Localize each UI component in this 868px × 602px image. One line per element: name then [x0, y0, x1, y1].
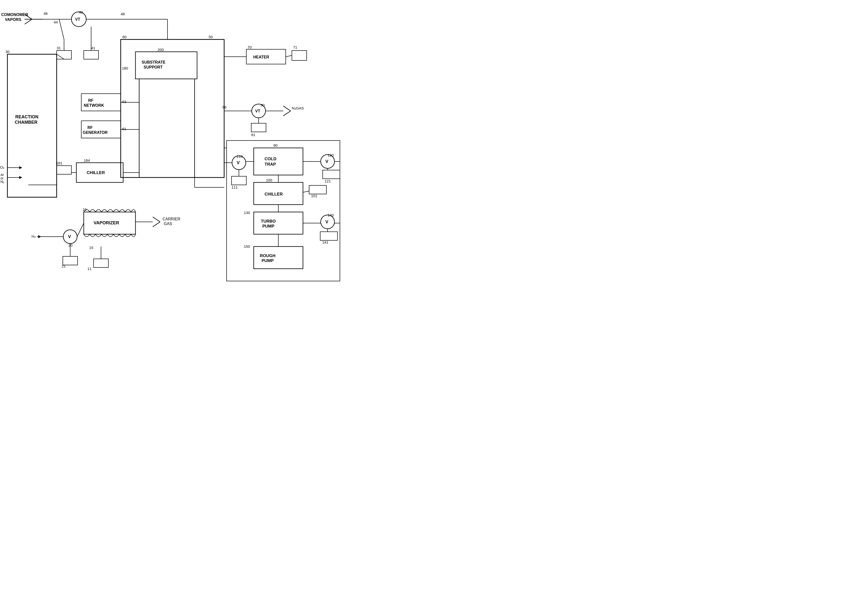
reaction-chamber-label: REACTION	[15, 114, 38, 119]
ref-200: 200	[158, 48, 164, 52]
ref-70: 70	[248, 45, 252, 49]
ref-80: 80	[260, 103, 265, 107]
ref-121: 121	[325, 179, 331, 183]
carrier-gas-label: CARRIER	[162, 217, 180, 221]
ref-130: 130	[244, 210, 250, 215]
ref-40: 40	[79, 10, 83, 14]
ref-20: 20	[69, 243, 73, 247]
ref-181: 181	[56, 161, 62, 165]
valve-120-label: V	[325, 159, 328, 164]
rf-network-label2: NETWORK	[84, 103, 104, 108]
comonomer-label1: COMONOMER	[1, 12, 28, 17]
reaction-chamber-label2: CHAMBER	[15, 120, 37, 125]
ref-63: 63	[122, 100, 126, 104]
ref-100: 100	[266, 178, 272, 182]
ref-110: 110	[236, 154, 243, 158]
svg-rect-0	[0, 0, 434, 301]
chiller-right-label: CHILLER	[265, 192, 283, 197]
ref-30: 30	[5, 49, 9, 54]
ref-21: 21	[61, 264, 66, 268]
vt40-label: VT	[75, 17, 80, 22]
ref-41: 41	[91, 46, 95, 50]
ref-46: 46	[44, 11, 48, 15]
cold-trap-label2: TRAP	[265, 162, 276, 167]
ref-61: 61	[122, 127, 126, 131]
ref-60: 60	[122, 35, 127, 39]
valve-20-label: V	[68, 234, 71, 239]
ref-111: 111	[231, 185, 238, 189]
rf-network-label1: RF	[88, 98, 93, 103]
ref-66: 66	[222, 105, 227, 109]
ref-15: 15	[89, 246, 93, 250]
ref-101: 101	[311, 194, 317, 198]
o2-label: O₂	[0, 165, 5, 169]
ref-31: 31	[57, 46, 61, 50]
valve-110-label: V	[237, 160, 240, 165]
schematic-diagram: REACTION CHAMBER 30 VAPORIZER 10 11 15 C…	[0, 0, 434, 301]
ref-90: 90	[273, 143, 278, 147]
valve-140-label: V	[325, 220, 328, 224]
ref-150: 150	[244, 244, 250, 249]
n2gas-label: N₂GAS	[292, 106, 304, 110]
h2-label: H₂	[32, 234, 36, 238]
rf-generator-label1: RF	[87, 126, 93, 130]
ref-120: 120	[328, 153, 334, 157]
vaporizer-label: VAPORIZER	[93, 220, 119, 225]
rf-generator-label2: GENERATOR	[83, 131, 108, 135]
ref-184: 184	[84, 158, 90, 163]
vt80-label: VT	[255, 109, 260, 113]
rough-pump-label1: ROUGH	[260, 253, 276, 258]
carrier-gas-label2: GAS	[164, 222, 172, 226]
ref-10: 10	[83, 207, 87, 212]
cold-trap-label1: COLD	[265, 157, 276, 161]
ref-141: 141	[322, 240, 328, 244]
ref-11: 11	[87, 267, 92, 271]
substrate-support-label2: SUPPORT	[144, 65, 163, 69]
ref-50: 50	[209, 35, 213, 39]
heater-label: HEATER	[253, 55, 269, 59]
ref-44: 44	[54, 20, 58, 24]
ref-140: 140	[328, 213, 334, 217]
substrate-support-label1: SUBSTRATE	[142, 60, 165, 64]
ref-48: 48	[121, 12, 125, 16]
chiller-left-label: CHILLER	[87, 170, 105, 175]
turbo-pump-label1: TURBO	[261, 219, 276, 224]
ref-71: 71	[293, 45, 297, 49]
n2-label: N₂	[0, 180, 5, 184]
rough-pump-label2: PUMP	[262, 258, 274, 263]
comonomer-label2: VAPORS	[5, 17, 21, 22]
ref-180: 180	[122, 66, 128, 70]
turbo-pump-label2: PUMP	[262, 224, 274, 229]
ref-81: 81	[251, 133, 256, 137]
